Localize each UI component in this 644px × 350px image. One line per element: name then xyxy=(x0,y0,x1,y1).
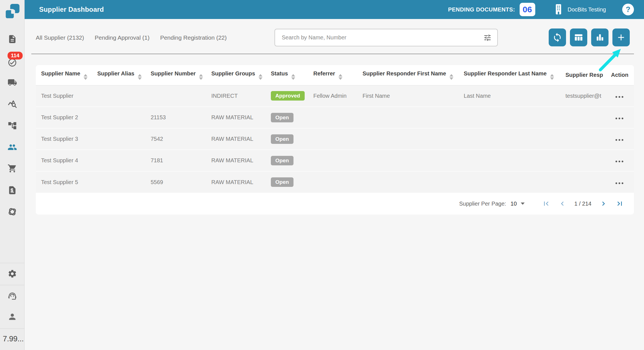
page-title: Supplier Dashboard xyxy=(39,6,104,13)
cell-responder-email xyxy=(565,150,611,171)
more-actions-button[interactable] xyxy=(611,139,623,141)
table-row: Test Supplier INDIRECT Approved Fellow A… xyxy=(36,85,634,107)
refresh-button[interactable] xyxy=(549,28,566,46)
column-header-supplier-name: Supplier Name xyxy=(41,70,80,77)
pending-documents-label: PENDING DOCUMENTS: xyxy=(448,6,515,13)
column-header-responder-last-name: Supplier Responder Last Name xyxy=(464,70,547,77)
filter-tune-icon[interactable] xyxy=(483,34,492,42)
sort-icon[interactable] xyxy=(338,74,342,80)
cell-responder-first-name xyxy=(362,128,463,150)
table-row: Test Supplier 3 7542 RAW MATERIAL Open xyxy=(36,128,634,150)
sidebar-item-support[interactable] xyxy=(0,291,25,301)
column-header-responder-first-name: Supplier Responder First Name xyxy=(363,70,446,77)
chart-view-button[interactable] xyxy=(591,28,609,46)
sort-icon[interactable] xyxy=(199,74,203,80)
sidebar-item-documents[interactable] xyxy=(0,34,25,44)
search-input[interactable] xyxy=(275,34,483,41)
cell-referrer xyxy=(313,107,362,128)
sidebar-item-shipping[interactable] xyxy=(0,78,25,87)
settings-gear-icon xyxy=(8,269,17,278)
cell-responder-email xyxy=(565,171,611,193)
cell-supplier-groups: INDIRECT xyxy=(211,85,271,107)
tab-pending-registration[interactable]: Pending Registration (22) xyxy=(160,34,227,41)
cell-supplier-number: 21153 xyxy=(150,107,211,128)
sidebar-item-suppliers[interactable] xyxy=(0,142,25,152)
status-badge: Open xyxy=(271,113,293,122)
sidebar-item-purchasing[interactable] xyxy=(0,164,25,173)
table-columns-icon xyxy=(574,32,584,42)
supplier-table-card: Supplier Name Supplier Alias Supplier Nu… xyxy=(36,65,634,215)
table-row: Test Supplier 5 5569 RAW MATERIAL Open xyxy=(36,171,634,193)
per-page-dropdown-caret[interactable] xyxy=(521,203,525,205)
sidebar-item-profile[interactable] xyxy=(0,312,25,322)
tab-pending-approval[interactable]: Pending Approval (1) xyxy=(95,34,150,41)
status-badge: Approved xyxy=(271,91,305,101)
notification-badge: 114 xyxy=(8,52,23,59)
column-header-status: Status xyxy=(271,70,288,77)
cell-responder-last-name xyxy=(463,128,565,150)
tabs-divider xyxy=(31,54,634,54)
supplier-dashboard-app: 114 xyxy=(0,0,644,350)
cell-supplier-alias xyxy=(97,107,150,128)
sidebar-item-integrations[interactable] xyxy=(0,207,25,216)
sidebar-item-invoices[interactable] xyxy=(0,185,25,195)
column-header-supplier-alias: Supplier Alias xyxy=(97,70,134,77)
sidebar-divider xyxy=(0,263,25,263)
more-actions-button[interactable] xyxy=(611,161,623,162)
search-box xyxy=(274,29,498,46)
cell-responder-last-name: Last Name xyxy=(463,85,565,107)
cell-responder-email xyxy=(565,107,611,128)
per-page-value[interactable]: 10 xyxy=(511,201,517,207)
previous-page-button[interactable] xyxy=(558,199,567,208)
workflow-tree-icon xyxy=(8,121,17,130)
more-actions-button[interactable] xyxy=(611,118,623,119)
sort-icon[interactable] xyxy=(550,74,554,80)
column-header-supplier-number: Supplier Number xyxy=(151,70,196,77)
sort-icon[interactable] xyxy=(259,74,262,80)
column-header-referrer: Referrer xyxy=(313,70,335,77)
cell-supplier-alias xyxy=(97,128,150,150)
cell-supplier-alias xyxy=(97,150,150,171)
next-page-button[interactable] xyxy=(599,199,608,208)
sidebar-item-analytics[interactable] xyxy=(0,99,25,109)
sort-icon[interactable] xyxy=(449,74,453,80)
sort-icon[interactable] xyxy=(84,74,87,80)
analytics-search-icon xyxy=(8,99,17,109)
column-header-responder-email: Supplier Resp xyxy=(565,72,603,78)
last-page-button[interactable] xyxy=(615,199,624,208)
organization-name[interactable]: DocBits Testing xyxy=(568,6,606,13)
supplier-tabs: All Supplier (2132) Pending Approval (1)… xyxy=(36,29,227,46)
table-header-row: Supplier Name Supplier Alias Supplier Nu… xyxy=(36,65,634,85)
sidebar-item-workflow[interactable] xyxy=(0,121,25,130)
tab-all-supplier[interactable]: All Supplier (2132) xyxy=(36,34,84,41)
logo-icon xyxy=(3,3,21,23)
per-page-label: Supplier Per Page: xyxy=(459,201,506,207)
help-button[interactable]: ? xyxy=(622,4,634,15)
pagination-bar: Supplier Per Page: 10 1 / 214 xyxy=(36,193,634,215)
cell-supplier-number xyxy=(150,85,211,107)
cell-supplier-name: Test Supplier 2 xyxy=(36,107,97,128)
cell-referrer xyxy=(313,171,362,193)
cell-supplier-number: 5569 xyxy=(150,171,211,193)
pending-documents-count-badge[interactable]: 06 xyxy=(520,3,535,16)
sort-icon[interactable] xyxy=(138,74,142,80)
profile-person-icon xyxy=(8,312,17,322)
sidebar: 114 xyxy=(0,0,25,350)
column-header-supplier-groups: Supplier Groups xyxy=(211,70,255,77)
more-actions-button[interactable] xyxy=(611,182,623,184)
column-settings-button[interactable] xyxy=(570,28,587,46)
sort-icon[interactable] xyxy=(291,74,295,80)
app-logo[interactable] xyxy=(3,3,21,24)
cell-supplier-number: 7542 xyxy=(150,128,211,150)
invoice-dollar-icon xyxy=(8,185,17,195)
sidebar-item-settings[interactable] xyxy=(0,269,25,278)
bar-chart-icon xyxy=(595,32,605,42)
cell-responder-last-name xyxy=(463,171,565,193)
add-supplier-button[interactable] xyxy=(612,28,630,46)
main-content: All Supplier (2132) Pending Approval (1)… xyxy=(25,19,644,350)
first-page-button[interactable] xyxy=(542,199,550,208)
status-badge: Open xyxy=(271,156,293,165)
more-actions-button[interactable] xyxy=(611,96,623,98)
status-badge: Open xyxy=(271,134,293,144)
toolbar xyxy=(549,28,630,46)
